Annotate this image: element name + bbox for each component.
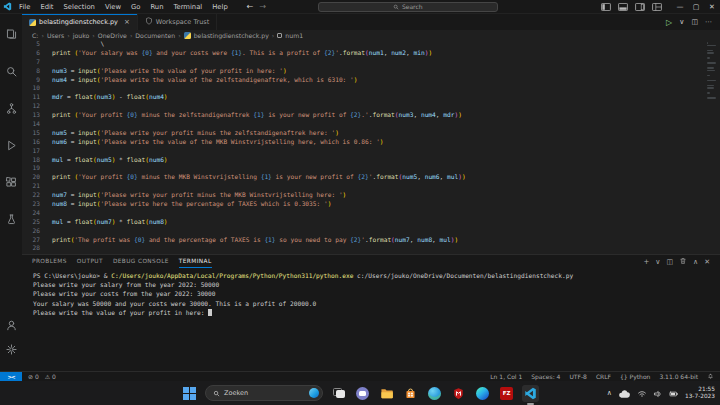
more-actions-icon[interactable]: ⋯ (705, 18, 712, 26)
maximize-panel-icon[interactable]: ∧ (693, 258, 698, 266)
line-number: 17 (22, 147, 52, 156)
taskbar-globe[interactable] (426, 385, 443, 402)
breadcrumb-separator: › (178, 32, 180, 39)
new-terminal-button[interactable]: + (643, 258, 649, 266)
breadcrumb-file[interactable]: belastingdienstcheck.py (194, 32, 269, 39)
run-dropdown-icon[interactable]: ∨ (679, 18, 684, 26)
wifi-icon[interactable] (637, 384, 647, 403)
volume-icon[interactable] (653, 384, 663, 403)
taskbar-edge[interactable] (474, 385, 491, 402)
code-line: 16num6 = input('Please write the value o… (22, 138, 720, 147)
breadcrumb-separator: › (272, 32, 274, 39)
encoding[interactable]: UTF-8 (569, 373, 587, 380)
language-mode[interactable]: {} Python (620, 373, 650, 380)
taskbar-task-view[interactable] (330, 385, 347, 402)
menu-edit[interactable]: Edit (35, 0, 58, 14)
minimap[interactable] (707, 42, 717, 102)
menu-selection[interactable]: Selection (59, 0, 100, 14)
toggle-sidebar-icon[interactable] (601, 3, 611, 11)
taskbar-filezilla[interactable]: FZ (498, 385, 515, 402)
taskbar-file-explorer[interactable] (378, 385, 395, 402)
taskbar-search[interactable]: Zoeken (205, 385, 323, 401)
eol[interactable]: CRLF (596, 373, 611, 380)
code-editor[interactable]: 5 \6print ('Your salary was {0} and your… (22, 40, 720, 254)
code-line: 10 (22, 84, 720, 93)
extensions-icon[interactable] (3, 174, 19, 190)
onedrive-cloud-icon[interactable] (618, 384, 631, 403)
search-icon[interactable] (3, 63, 19, 79)
menu-terminal[interactable]: Terminal (169, 0, 208, 14)
statusbar-right: Ln 1, Col 1Spaces: 4UTF-8CRLF{} Python3.… (490, 373, 720, 381)
taskbar-vscode[interactable] (522, 385, 539, 402)
breadcrumb-segment[interactable]: OneDrive (98, 32, 127, 39)
breadcrumb-segment[interactable]: Users (47, 32, 64, 39)
taskbar-store[interactable] (402, 385, 419, 402)
split-editor-icon[interactable]: ◫ (691, 18, 698, 26)
breadcrumb[interactable]: C:›Users›jouko›OneDrive›Documenten›belas… (22, 30, 720, 40)
symbol-icon (277, 33, 282, 38)
indentation[interactable]: Spaces: 4 (531, 373, 560, 380)
panel-tab-problems[interactable]: PROBLEMS (32, 255, 67, 268)
taskbar-mcafee[interactable] (450, 385, 467, 402)
run-debug-icon[interactable] (3, 137, 19, 153)
breadcrumb-segment[interactable]: jouko (73, 32, 90, 39)
taskbar-chat[interactable] (354, 385, 371, 402)
taskbar-clock[interactable]: 21:5513-7-2023 (685, 386, 715, 400)
menu-run[interactable]: Run (145, 0, 168, 14)
menu-file[interactable]: File (14, 0, 35, 14)
breadcrumb-symbol[interactable]: num1 (285, 32, 303, 39)
code-line: 25mul = float(num7) * float(num8) (22, 218, 720, 227)
taskbar-start[interactable] (181, 385, 198, 402)
source-control-icon[interactable] (3, 100, 19, 116)
python-interpreter[interactable]: 3.11.0 64-bit (659, 373, 698, 380)
back-arrow-icon[interactable]: ← (247, 2, 254, 11)
panel-tab-output[interactable]: OUTPUT (77, 255, 103, 268)
notifications-bell-icon[interactable] (707, 373, 714, 381)
split-terminal-icon[interactable]: ◫ (666, 258, 673, 266)
line-number: 25 (22, 218, 52, 227)
close-panel-icon[interactable]: ✕ (704, 258, 710, 266)
forward-arrow-icon[interactable]: → (259, 2, 266, 11)
files-icon[interactable] (3, 26, 19, 42)
code-line: 21 (22, 182, 720, 191)
line-number: 9 (22, 76, 52, 85)
toggle-panel-icon[interactable] (618, 3, 628, 11)
panel-tab-debug-console[interactable]: DEBUG CONSOLE (113, 255, 169, 268)
minimize-button[interactable]: — (672, 0, 688, 14)
close-icon[interactable]: × (124, 18, 130, 26)
tab-belastingdienstcheck-py[interactable]: belastingdienstcheck.py× (22, 14, 138, 30)
restore-button[interactable]: ▢ (688, 0, 704, 14)
account-icon[interactable] (3, 317, 19, 333)
battery-icon[interactable] (669, 384, 679, 403)
layout-toggles (601, 3, 662, 11)
menu-go[interactable]: Go (126, 0, 145, 14)
customize-layout-icon[interactable] (652, 3, 662, 11)
toggle-secondary-sidebar-icon[interactable] (635, 3, 645, 11)
line-number: 8 (22, 67, 52, 76)
menu-view[interactable]: View (100, 0, 126, 14)
line-number: 28 (22, 244, 52, 253)
bing-icon[interactable] (309, 388, 319, 398)
terminal-output[interactable]: PS C:\Users\jouko> & C:/Users/jouko/AppD… (22, 268, 720, 371)
problems-summary[interactable]: ⊘ 0 ⚠ 0 (22, 373, 56, 380)
terminal-dropdown-icon[interactable]: ∨ (655, 258, 660, 266)
breadcrumb-segment[interactable]: Documenten (135, 32, 175, 39)
tab-workspace-trust[interactable]: Workspace Trust (138, 14, 217, 30)
menu-bar: FileEditSelectionViewGoRunTerminalHelp (14, 0, 233, 14)
settings-gear-icon[interactable] (3, 341, 19, 357)
remote-indicator[interactable]: >< (0, 372, 22, 381)
desktop-screen: FileEditSelectionViewGoRunTerminalHelp ←… (0, 0, 720, 405)
kill-terminal-icon[interactable] (679, 257, 687, 267)
run-python-file-button[interactable]: ▷ (666, 18, 672, 27)
menu-help[interactable]: Help (207, 0, 233, 14)
code-line: 26 (22, 227, 720, 236)
cursor-position[interactable]: Ln 1, Col 1 (490, 373, 522, 380)
breadcrumb-segment[interactable]: C: (32, 32, 38, 39)
testing-icon[interactable] (3, 211, 19, 227)
tray-chevron-icon[interactable]: ∧ (607, 389, 612, 397)
titlebar-right: — ▢ ✕ (601, 0, 720, 14)
python-icon (29, 19, 36, 26)
close-button[interactable]: ✕ (704, 0, 720, 14)
command-center-search[interactable]: Search (318, 2, 498, 12)
panel-tab-terminal[interactable]: TERMINAL (179, 255, 212, 268)
